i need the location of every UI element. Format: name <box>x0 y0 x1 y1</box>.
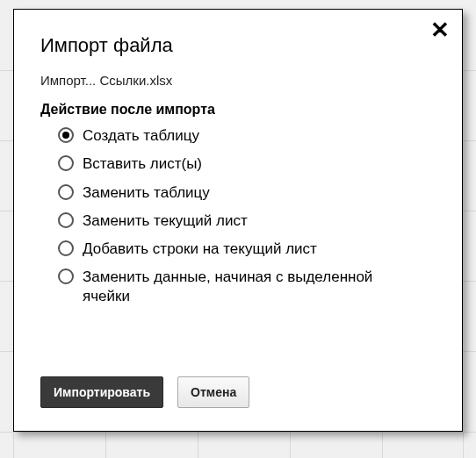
option-label: Заменить текущий лист <box>83 211 248 230</box>
import-button[interactable]: Импортировать <box>40 376 163 408</box>
close-icon[interactable]: ✕ <box>430 18 450 41</box>
option-label: Заменить данные, начиная с выделенной яч… <box>83 268 416 305</box>
option-replace-current-sheet[interactable]: Заменить текущий лист <box>58 211 437 230</box>
import-file-name: Импорт... Ссылки.xlsx <box>40 73 437 88</box>
dialog-button-row: Импортировать Отмена <box>40 376 249 408</box>
option-label: Добавить строки на текущий лист <box>83 240 317 258</box>
radio-icon <box>58 184 74 200</box>
option-create-table[interactable]: Создать таблицу <box>58 126 437 145</box>
radio-icon <box>58 240 74 256</box>
radio-icon <box>58 155 74 171</box>
option-append-rows[interactable]: Добавить строки на текущий лист <box>58 240 437 258</box>
radio-icon <box>58 212 74 228</box>
radio-icon <box>58 127 74 143</box>
dialog-title: Импорт файла <box>40 34 437 57</box>
option-insert-sheets[interactable]: Вставить лист(ы) <box>58 154 437 173</box>
radio-icon <box>58 268 74 284</box>
cancel-button[interactable]: Отмена <box>177 376 249 408</box>
option-replace-from-cell[interactable]: Заменить данные, начиная с выделенной яч… <box>58 268 437 305</box>
action-section-label: Действие после импорта <box>40 102 437 118</box>
option-label: Вставить лист(ы) <box>83 154 202 173</box>
option-label: Создать таблицу <box>83 126 199 145</box>
import-file-dialog: ✕ Импорт файла Импорт... Ссылки.xlsx Дей… <box>13 9 463 432</box>
option-replace-table[interactable]: Заменить таблицу <box>58 183 437 202</box>
option-label: Заменить таблицу <box>83 183 210 202</box>
import-action-options: Создать таблицу Вставить лист(ы) Заменит… <box>39 126 437 305</box>
